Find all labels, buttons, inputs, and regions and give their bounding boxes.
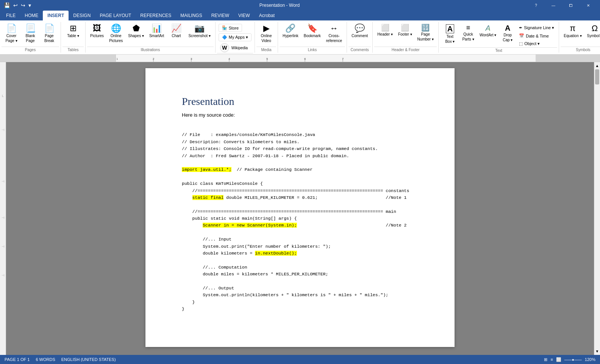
page-number-button[interactable]: 🔢 PageNumber ▾ bbox=[415, 23, 436, 43]
object-label: Object ▾ bbox=[524, 41, 540, 46]
minimize-button[interactable]: — bbox=[545, 0, 562, 11]
save-icon[interactable]: 💾 bbox=[3, 2, 11, 9]
quick-access-toolbar[interactable]: 💾 ↩ ↪ ▾ bbox=[3, 2, 32, 9]
computation-comment: //... Computation bbox=[203, 265, 247, 270]
tab-review[interactable]: REVIEW bbox=[207, 11, 234, 20]
footer-button[interactable]: ⬜ Footer ▾ bbox=[396, 23, 414, 38]
maximize-button[interactable]: ⧠ bbox=[562, 0, 580, 11]
bookmark-icon: 🔖 bbox=[307, 24, 317, 33]
help-button[interactable]: ? bbox=[527, 0, 545, 11]
ruler-left-margin bbox=[0, 55, 116, 62]
ribbon-group-comments: 💬 Comment Comments bbox=[347, 22, 373, 53]
tables-group-label: Tables bbox=[62, 47, 84, 53]
vertical-scrollbar[interactable]: ▲ ▼ bbox=[594, 62, 600, 355]
scroll-up-button[interactable]: ▲ bbox=[594, 62, 600, 69]
online-pictures-button[interactable]: 🌐 OnlinePictures bbox=[107, 23, 125, 45]
ribbon-group-illustrations: 🖼 Pictures 🌐 OnlinePictures ⬟ Shapes ▾ 📊… bbox=[86, 22, 216, 53]
scroll-down-button[interactable]: ▼ bbox=[594, 348, 600, 355]
document-title: Presentation bbox=[182, 95, 418, 108]
drop-cap-button[interactable]: A DropCap ▾ bbox=[498, 23, 517, 44]
tab-page-layout[interactable]: PAGE LAYOUT bbox=[95, 11, 136, 20]
online-video-button[interactable]: ▶ OnlineVideo bbox=[257, 23, 275, 45]
smartart-button[interactable]: 📊 SmartArt bbox=[147, 23, 166, 40]
view-reading-icon[interactable]: ≡ bbox=[550, 357, 553, 362]
my-apps-button[interactable]: 🔷 My Apps ▾ bbox=[219, 33, 252, 41]
pictures-button[interactable]: 🖼 Pictures bbox=[88, 23, 106, 40]
ribbon-group-text: A TextBox ▾ ≡ QuickParts ▾ A WordArt ▾ A… bbox=[439, 22, 559, 53]
window-controls[interactable]: ? — ⧠ ✕ bbox=[527, 0, 597, 11]
quick-parts-icon: ≡ bbox=[466, 24, 470, 31]
bookmark-button[interactable]: 🔖 Bookmark bbox=[302, 23, 323, 40]
header-label: Header ▾ bbox=[377, 32, 393, 37]
ribbon-group-media: ▶ OnlineVideo Media bbox=[255, 22, 278, 53]
page-break-label: PageBreak bbox=[44, 33, 54, 43]
tab-view[interactable]: VIEW bbox=[234, 11, 255, 20]
cross-reference-icon: ↔ bbox=[330, 24, 338, 33]
ruler: 1 2 3 4 5 6 7 bbox=[0, 55, 600, 62]
text-box-button[interactable]: A TextBox ▾ bbox=[441, 23, 459, 45]
input-comment: //... Input bbox=[203, 237, 231, 242]
tab-acrobat[interactable]: Acrobat bbox=[255, 11, 279, 20]
close-class: } bbox=[182, 306, 184, 311]
redo-icon[interactable]: ↪ bbox=[20, 2, 26, 9]
page-break-icon: 📄 bbox=[44, 24, 55, 33]
blank-page-button[interactable]: 📃 BlankPage bbox=[21, 23, 39, 45]
undo-icon[interactable]: ↩ bbox=[12, 2, 19, 9]
tab-design[interactable]: DESIGN bbox=[69, 11, 95, 20]
chart-icon: 📈 bbox=[171, 24, 181, 33]
online-pictures-icon: 🌐 bbox=[111, 24, 121, 33]
page-break-button[interactable]: 📄 PageBreak bbox=[40, 23, 58, 45]
date-time-button[interactable]: 📅 Date & Time bbox=[517, 32, 556, 39]
note2: //Note 2 bbox=[297, 223, 407, 228]
svg-text:3: 3 bbox=[191, 57, 192, 61]
tab-file[interactable]: FILE bbox=[2, 11, 20, 20]
equation-button[interactable]: π Equation ▾ bbox=[561, 23, 584, 40]
table-icon: ⊞ bbox=[70, 24, 77, 33]
view-web-icon[interactable]: ⬜ bbox=[556, 357, 561, 362]
screenshot-button[interactable]: 📷 Screenshot ▾ bbox=[186, 23, 212, 40]
signature-line-button[interactable]: ✒ Signature Line ▾ bbox=[517, 24, 556, 31]
ruler-scale: 1 2 3 4 5 6 7 bbox=[116, 55, 536, 62]
scroll-thumb[interactable] bbox=[595, 69, 599, 84]
equation-icon: π bbox=[570, 24, 575, 33]
status-bar-right: ⊞ ≡ ⬜ ——●—— 120% bbox=[544, 357, 595, 362]
date-time-label: Date & Time bbox=[526, 34, 549, 38]
store-button[interactable]: 🏪 Store bbox=[219, 24, 242, 32]
left-margin: L ⊣ ⊣ ⊣ ⊣ ⊣ bbox=[0, 62, 6, 355]
comment-button[interactable]: 💬 Comment bbox=[349, 23, 370, 40]
scanner-decl: Scanner in = new Scanner(System.in); bbox=[203, 223, 297, 228]
smartart-label: SmartArt bbox=[149, 33, 164, 38]
cross-reference-button[interactable]: ↔ Cross-reference bbox=[324, 23, 344, 45]
wordart-label: WordArt ▾ bbox=[480, 33, 496, 37]
tab-mailings[interactable]: MAILINGS bbox=[176, 11, 206, 20]
customize-icon[interactable]: ▾ bbox=[28, 2, 32, 9]
symbol-button[interactable]: Ω Symbol ▾ bbox=[585, 23, 600, 40]
zoom-slider[interactable]: ——●—— bbox=[564, 358, 582, 362]
hyperlink-icon: 🔗 bbox=[285, 24, 295, 33]
document-area[interactable]: Presentation Here is my source code: // … bbox=[6, 62, 594, 355]
wikipedia-button[interactable]: W Wikipedia bbox=[218, 42, 250, 53]
table-button[interactable]: ⊞ Table ▾ bbox=[63, 23, 83, 40]
cover-page-label: CoverPage ▾ bbox=[5, 33, 17, 43]
wordart-button[interactable]: A WordArt ▾ bbox=[477, 23, 498, 39]
shapes-label: Shapes ▾ bbox=[128, 33, 144, 38]
tab-home[interactable]: HOME bbox=[20, 11, 43, 20]
close-button[interactable]: ✕ bbox=[580, 0, 597, 11]
text-box-icon: A bbox=[446, 24, 454, 33]
view-normal-icon[interactable]: ⊞ bbox=[544, 357, 547, 362]
ribbon-group-tables: ⊞ Table ▾ Tables bbox=[61, 22, 86, 53]
tab-references[interactable]: REFERENCES bbox=[136, 11, 176, 20]
object-button[interactable]: ⬚ Object ▾ bbox=[517, 40, 556, 47]
svg-text:7: 7 bbox=[342, 57, 344, 61]
chart-button[interactable]: 📈 Chart bbox=[167, 23, 185, 40]
header-button[interactable]: ⬜ Header ▾ bbox=[375, 23, 395, 38]
next-double: in.nextDouble(); bbox=[255, 251, 297, 256]
cover-page-button[interactable]: 📄 CoverPage ▾ bbox=[2, 23, 20, 45]
smartart-icon: 📊 bbox=[152, 24, 162, 33]
tab-insert[interactable]: INSERT bbox=[43, 11, 69, 20]
shapes-button[interactable]: ⬟ Shapes ▾ bbox=[126, 23, 146, 40]
wordart-icon: A bbox=[485, 24, 490, 32]
hyperlink-button[interactable]: 🔗 Hyperlink bbox=[280, 23, 301, 40]
miles-per-km-decl: double MILES_PER_KILOMETER = 0.621; //No… bbox=[226, 195, 406, 200]
quick-parts-button[interactable]: ≡ QuickParts ▾ bbox=[459, 23, 477, 43]
